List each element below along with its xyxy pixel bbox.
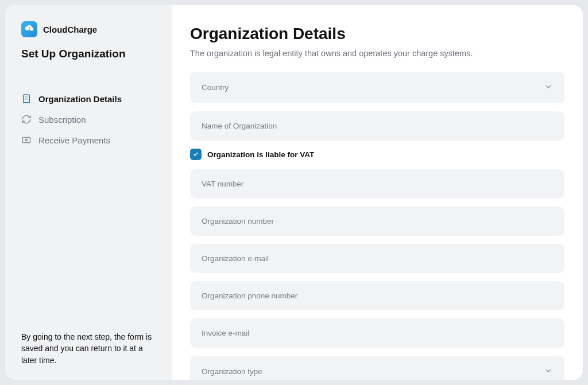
refresh-icon (21, 114, 32, 125)
brand-name: CloudCharge (43, 25, 97, 34)
field-label: Name of Organization (202, 122, 277, 130)
sidebar-title: Set Up Organization (21, 48, 161, 60)
organization-phone-input[interactable]: Organization phone number (190, 281, 564, 310)
field-label: Organization type (202, 367, 262, 376)
building-icon (21, 94, 32, 104)
invoice-email-input[interactable]: Invoice e-mail (190, 318, 564, 348)
sidebar-item-subscription[interactable]: Subscription (21, 114, 161, 125)
svg-rect-1 (22, 138, 30, 143)
sidebar-footer-note: By going to the next step, the form is s… (21, 331, 161, 368)
field-label: Organization e-mail (202, 254, 269, 263)
field-label: Country (202, 83, 229, 92)
organization-email-input[interactable]: Organization e-mail (190, 244, 564, 273)
field-label: Invoice e-mail (202, 329, 249, 337)
field-label: Organization phone number (202, 291, 297, 300)
main-scroll[interactable]: Organization Details The organization is… (190, 25, 564, 380)
chevron-down-icon (544, 82, 553, 93)
country-select[interactable]: Country (190, 72, 564, 103)
sidebar-item-label: Receive Payments (38, 135, 110, 145)
app-window: CloudCharge Set Up Organization Organiza… (5, 5, 583, 380)
brand-logo-icon (21, 21, 37, 37)
field-label: VAT number (202, 180, 244, 188)
sidebar-item-label: Subscription (38, 115, 86, 125)
sidebar-nav: Organization Details Subscription Receiv… (21, 94, 161, 145)
svg-rect-0 (24, 95, 30, 103)
field-label: Organization number (202, 217, 274, 225)
sidebar: CloudCharge Set Up Organization Organiza… (5, 5, 172, 380)
vat-checkbox-label: Organization is liable for VAT (207, 150, 314, 159)
sidebar-item-label: Organization Details (38, 94, 122, 104)
payment-icon (21, 135, 32, 145)
vat-number-input[interactable]: VAT number (190, 169, 564, 199)
organization-type-select[interactable]: Organization type (190, 356, 564, 380)
brand: CloudCharge (21, 21, 161, 37)
sidebar-item-organization-details[interactable]: Organization Details (21, 94, 161, 104)
organization-name-input[interactable]: Name of Organization (190, 111, 564, 141)
sidebar-item-receive-payments[interactable]: Receive Payments (21, 135, 161, 145)
svg-point-2 (25, 139, 27, 141)
vat-checkbox[interactable] (190, 149, 202, 160)
page-title: Organization Details (190, 25, 564, 43)
organization-number-input[interactable]: Organization number (190, 207, 564, 236)
page-subtitle: The organization is legal entity that ow… (190, 49, 564, 58)
vat-checkbox-row: Organization is liable for VAT (190, 149, 564, 160)
chevron-down-icon (544, 366, 553, 377)
main-content: Organization Details The organization is… (172, 5, 583, 380)
